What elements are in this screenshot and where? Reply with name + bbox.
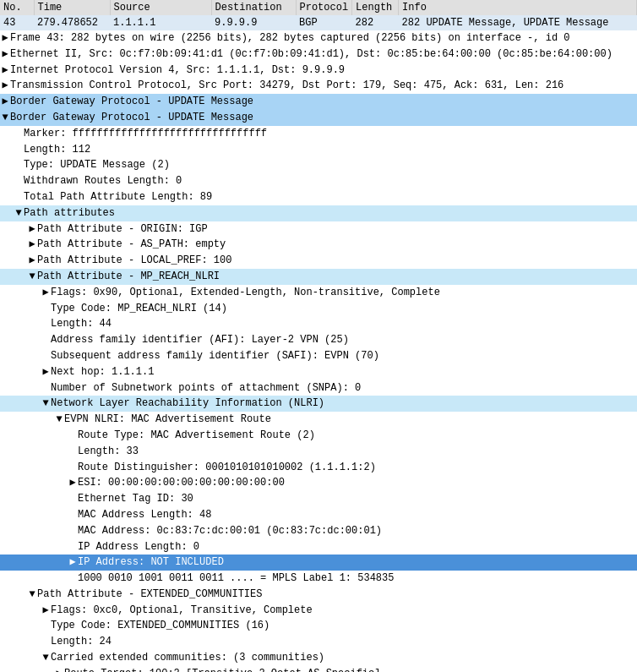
detail-row[interactable]: Length: 44 [0,316,637,332]
expand-icon [41,635,51,649]
expand-icon[interactable]: ▶ [0,31,10,46]
detail-row[interactable]: Route Type: MAC Advertisement Route (2) [0,428,637,444]
expand-icon [41,619,51,633]
expand-icon[interactable]: ▼ [27,587,37,602]
detail-row[interactable]: Route Distinguisher: 0001010101010002 (1… [0,460,637,476]
packet-row[interactable]: 43 279.478652 1.1.1.1 9.9.9.9 BGP 282 28… [0,15,637,30]
expand-icon[interactable]: ▶ [0,95,10,109]
detail-row[interactable]: ▼Carried extended communities: (3 commun… [0,650,637,666]
detail-text: Network Layer Reachability Information (… [51,396,637,411]
detail-row[interactable]: ▶Flags: 0xc0, Optional, Transitive, Comp… [0,603,637,619]
detail-row[interactable]: Number of Subnetwork points of attachmen… [0,380,637,396]
detail-row[interactable]: ▼Path Attribute - EXTENDED_COMMUNITIES [0,587,637,603]
expand-icon [68,524,78,538]
detail-text: Frame 43: 282 bytes on wire (2256 bits),… [10,31,637,46]
expand-icon[interactable]: ▶ [0,63,10,78]
detail-row[interactable]: ▶IP Address: NOT INCLUDED [0,555,637,571]
detail-text: Type Code: MP_REACH_NLRI (14) [51,302,637,316]
expand-icon [14,158,24,172]
packet-destination: 9.9.9.9 [211,15,296,30]
expand-icon [68,508,78,522]
expand-icon[interactable]: ▼ [0,111,10,125]
detail-row[interactable]: ▼Network Layer Reachability Information … [0,396,637,412]
expand-icon[interactable]: ▶ [27,254,37,268]
detail-row[interactable]: Type Code: EXTENDED_COMMUNITIES (16) [0,618,637,634]
detail-row[interactable]: ▶Internet Protocol Version 4, Src: 1.1.1… [0,63,637,79]
detail-text: ESI: 00:00:00:00:00:00:00:00:00:00 [78,476,637,490]
detail-row[interactable]: ▼Path attributes [0,205,637,221]
expand-icon[interactable]: ▶ [0,47,10,62]
detail-row[interactable]: ▼Border Gateway Protocol - UPDATE Messag… [0,110,637,126]
detail-row[interactable]: ▶Route Target: 100:2 [Transitive 2-Octet… [0,666,637,672]
packet-info: 282 UPDATE Message, UPDATE Message [399,15,637,30]
packet-list-table: No. Time Source Destination Protocol Len… [0,0,637,30]
expand-icon [41,349,51,363]
detail-text: Total Path Attribute Length: 89 [24,190,637,205]
expand-icon[interactable]: ▼ [27,270,37,284]
expand-icon[interactable]: ▶ [68,555,78,570]
expand-icon[interactable]: ▼ [41,651,51,665]
detail-text: Path Attribute - ORIGIN: IGP [37,222,637,237]
detail-text: Marker: ffffffffffffffffffffffffffffffff [24,127,637,141]
expand-icon[interactable]: ▶ [68,476,78,490]
packet-source: 1.1.1.1 [110,15,211,30]
detail-row[interactable]: Type: UPDATE Message (2) [0,157,637,173]
expand-icon[interactable]: ▶ [0,79,10,93]
expand-icon[interactable]: ▶ [41,286,51,300]
detail-text: EVPN NLRI: MAC Advertisement Route [64,412,637,427]
expand-icon [68,429,78,443]
detail-row[interactable]: MAC Address: 0c:83:7c:dc:00:01 (0c:83:7c… [0,523,637,539]
detail-row[interactable]: ▶Path Attribute - AS_PATH: empty [0,237,637,253]
expand-icon [41,317,51,331]
detail-text: Path Attribute - MP_REACH_NLRI [37,270,637,284]
table-header-row: No. Time Source Destination Protocol Len… [0,0,637,15]
detail-row[interactable]: Total Path Attribute Length: 89 [0,189,637,205]
detail-row[interactable]: ▶Path Attribute - LOCAL_PREF: 100 [0,253,637,269]
detail-row[interactable]: Marker: ffffffffffffffffffffffffffffffff [0,126,637,142]
detail-row[interactable]: ▶Ethernet II, Src: 0c:f7:0b:09:41:d1 (0c… [0,46,637,63]
detail-text: Address family identifier (AFI): Layer-2… [51,333,637,347]
expand-icon [68,445,78,459]
detail-row[interactable]: ▶ESI: 00:00:00:00:00:00:00:00:00:00 [0,475,637,491]
detail-text: Route Target: 100:2 [Transitive 2-Octet … [64,667,637,672]
detail-row[interactable]: ▶Transmission Control Protocol, Src Port… [0,78,637,94]
detail-row[interactable]: ▼Path Attribute - MP_REACH_NLRI [0,269,637,285]
detail-text: Length: 44 [51,317,637,331]
detail-row[interactable]: Type Code: MP_REACH_NLRI (14) [0,301,637,317]
detail-row[interactable]: Length: 112 [0,142,637,158]
detail-row[interactable]: ▶Frame 43: 282 bytes on wire (2256 bits)… [0,30,637,46]
expand-icon[interactable]: ▶ [41,604,51,618]
detail-row[interactable]: ▶Flags: 0x90, Optional, Extended-Length,… [0,285,637,301]
detail-row[interactable]: ▶Next hop: 1.1.1.1 [0,364,637,380]
expand-icon[interactable]: ▶ [27,238,37,252]
detail-row[interactable]: ▶Border Gateway Protocol - UPDATE Messag… [0,94,637,110]
detail-row[interactable]: Length: 33 [0,444,637,460]
detail-text: Type: UPDATE Message (2) [24,158,637,172]
col-header-info: Info [399,0,637,15]
detail-text: Route Type: MAC Advertisement Route (2) [78,429,637,443]
detail-row[interactable]: Withdrawn Routes Length: 0 [0,173,637,189]
col-header-no: No. [0,0,34,15]
detail-row[interactable]: ▶Path Attribute - ORIGIN: IGP [0,221,637,238]
expand-icon[interactable]: ▶ [27,222,37,237]
detail-text: Border Gateway Protocol - UPDATE Message [10,111,637,125]
detail-text: MAC Address: 0c:83:7c:dc:00:01 (0c:83:7c… [78,524,637,538]
expand-icon[interactable]: ▶ [41,365,51,380]
col-header-source: Source [110,0,211,15]
detail-row[interactable]: Subsequent address family identifier (SA… [0,348,637,364]
detail-row[interactable]: Ethernet Tag ID: 30 [0,491,637,507]
col-header-protocol: Protocol [296,0,352,15]
detail-row[interactable]: IP Address Length: 0 [0,539,637,555]
col-header-length: Length [352,0,399,15]
detail-text: Withdrawn Routes Length: 0 [24,174,637,188]
detail-row[interactable]: MAC Address Length: 48 [0,507,637,523]
expand-icon[interactable]: ▼ [41,396,51,411]
detail-row[interactable]: Address family identifier (AFI): Layer-2… [0,332,637,348]
expand-icon[interactable]: ▶ [54,667,64,672]
expand-icon[interactable]: ▼ [14,206,24,221]
expand-icon [14,174,24,188]
detail-row[interactable]: 1000 0010 1001 0011 0011 .... = MPLS Lab… [0,571,637,587]
detail-row[interactable]: ▼EVPN NLRI: MAC Advertisement Route [0,412,637,428]
detail-row[interactable]: Length: 24 [0,634,637,650]
expand-icon[interactable]: ▼ [54,412,64,427]
